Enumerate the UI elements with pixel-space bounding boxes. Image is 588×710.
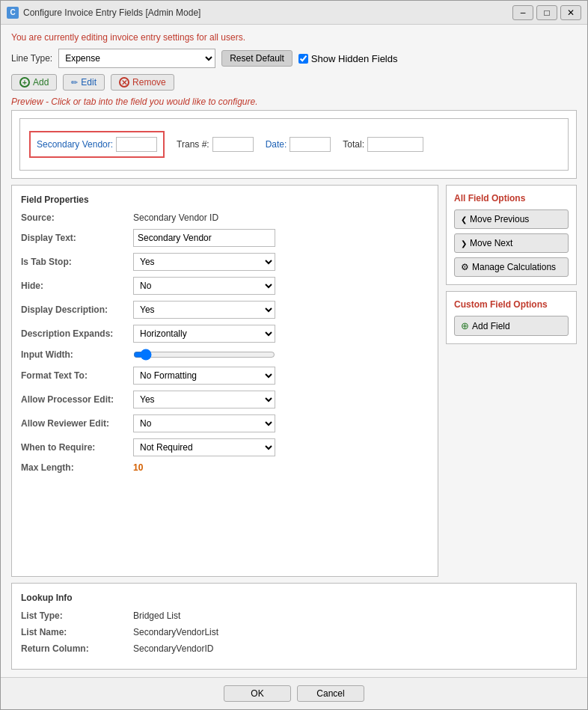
allow-reviewer-edit-row: Allow Reviewer Edit: No Yes <box>21 414 429 432</box>
source-label: Source: <box>21 212 133 223</box>
maximize-button[interactable]: □ <box>536 5 557 20</box>
format-text-label: Format Text To: <box>21 370 133 381</box>
all-field-options-section: All Field Options Move Previous Move Nex… <box>446 185 577 285</box>
custom-field-options-section: Custom Field Options Add Field <box>446 291 577 344</box>
return-column-row: Return Column: SecondaryVendorID <box>21 643 567 654</box>
allow-reviewer-edit-select[interactable]: No Yes <box>133 414 275 432</box>
manage-calculations-label: Manage Calculations <box>472 262 556 272</box>
preview-section: Preview - Click or tab into the field yo… <box>11 97 577 179</box>
add-button[interactable]: + Add <box>11 74 57 91</box>
ok-button[interactable]: OK <box>224 685 291 702</box>
all-field-options-title: All Field Options <box>454 193 569 203</box>
field-properties-panel: Field Properties Source: Secondary Vendo… <box>11 185 438 577</box>
cancel-label: Cancel <box>316 688 344 699</box>
max-length-label: Max Length: <box>21 462 133 473</box>
source-value: Secondary Vendor ID <box>133 212 218 223</box>
add-field-button[interactable]: Add Field <box>454 316 569 336</box>
secondary-vendor-label[interactable]: Secondary Vendor: <box>37 139 113 150</box>
title-bar: C Configure Invoice Entry Fields [Admin … <box>1 1 587 25</box>
allow-processor-edit-label: Allow Processor Edit: <box>21 394 133 405</box>
list-type-value: Bridged List <box>133 610 180 621</box>
description-expands-label: Description Expands: <box>21 328 133 339</box>
ok-label: OK <box>251 688 263 699</box>
edit-label: Edit <box>81 77 97 88</box>
line-type-row: Line Type: Expense Reset Default Show Hi… <box>11 49 577 68</box>
field-secondary-vendor[interactable]: Secondary Vendor: <box>29 131 165 158</box>
move-previous-button[interactable]: Move Previous <box>454 209 569 229</box>
show-hidden-fields-row: Show Hidden Fields <box>298 53 398 64</box>
display-text-label: Display Text: <box>21 233 133 243</box>
trans-num-input[interactable] <box>212 137 254 152</box>
manage-calculations-button[interactable]: Manage Calculations <box>454 257 569 277</box>
when-to-require-label: When to Require: <box>21 442 133 453</box>
total-label: Total: <box>343 139 364 150</box>
add-label: Add <box>33 77 49 88</box>
field-date[interactable]: Date: <box>266 137 331 152</box>
hide-label: Hide: <box>21 281 133 291</box>
chevron-right-icon <box>461 238 467 248</box>
format-text-select[interactable]: No Formatting Uppercase Lowercase <box>133 367 275 385</box>
custom-field-options-title: Custom Field Options <box>454 299 569 310</box>
is-tab-stop-label: Is Tab Stop: <box>21 257 133 267</box>
reset-default-label: Reset Default <box>230 53 284 64</box>
is-tab-stop-row: Is Tab Stop: Yes No <box>21 253 429 271</box>
input-width-slider[interactable] <box>133 349 275 361</box>
display-description-label: Display Description: <box>21 304 133 315</box>
window-controls: – □ ✕ <box>512 5 581 20</box>
close-button[interactable]: ✕ <box>560 5 581 20</box>
chevron-left-icon <box>461 214 467 224</box>
description-expands-select[interactable]: Horizontally Vertically None <box>133 325 275 343</box>
hide-row: Hide: No Yes <box>21 277 429 295</box>
source-row: Source: Secondary Vendor ID <box>21 212 429 223</box>
footer: OK Cancel <box>1 677 587 709</box>
display-description-select[interactable]: Yes No <box>133 301 275 319</box>
total-input[interactable] <box>367 137 423 152</box>
main-area: Field Properties Source: Secondary Vendo… <box>11 185 577 577</box>
description-expands-row: Description Expands: Horizontally Vertic… <box>21 325 429 343</box>
move-next-label: Move Next <box>470 238 512 248</box>
reset-default-button[interactable]: Reset Default <box>221 50 293 67</box>
minimize-button[interactable]: – <box>512 5 533 20</box>
app-icon: C <box>7 7 19 19</box>
remove-icon: ✕ <box>119 77 129 88</box>
info-text: You are currently editing invoice entry … <box>11 32 577 43</box>
display-description-row: Display Description: Yes No <box>21 301 429 319</box>
edit-button[interactable]: ✏ Edit <box>63 74 105 91</box>
field-properties-title: Field Properties <box>21 195 429 205</box>
list-name-row: List Name: SecondaryVendorList <box>21 627 567 637</box>
cancel-button[interactable]: Cancel <box>297 685 364 702</box>
content-area: You are currently editing invoice entry … <box>1 25 587 677</box>
preview-box: Secondary Vendor: Trans #: Date: Total: <box>19 118 569 171</box>
when-to-require-select[interactable]: Not Required Always On Submit <box>133 438 275 456</box>
field-total[interactable]: Total: <box>343 137 423 152</box>
line-type-select[interactable]: Expense <box>58 49 215 68</box>
secondary-vendor-input[interactable] <box>116 137 157 152</box>
list-name-value: SecondaryVendorList <box>133 627 218 637</box>
show-hidden-fields-checkbox[interactable] <box>298 54 308 64</box>
input-width-row: Input Width: <box>21 349 429 361</box>
add-icon: + <box>19 77 30 88</box>
remove-button[interactable]: ✕ Remove <box>111 74 174 91</box>
display-text-row: Display Text: <box>21 229 429 247</box>
hide-select[interactable]: No Yes <box>133 277 275 295</box>
when-to-require-row: When to Require: Not Required Always On … <box>21 438 429 456</box>
date-input[interactable] <box>290 137 331 152</box>
show-hidden-fields-label: Show Hidden Fields <box>311 53 398 64</box>
list-type-label: List Type: <box>21 610 133 621</box>
line-type-label: Line Type: <box>11 53 52 64</box>
field-trans-num[interactable]: Trans #: <box>177 137 254 152</box>
max-length-row: Max Length: 10 <box>21 462 429 473</box>
preview-label: Preview - Click or tab into the field yo… <box>11 97 577 107</box>
display-text-input[interactable] <box>133 229 275 247</box>
list-name-label: List Name: <box>21 627 133 637</box>
is-tab-stop-select[interactable]: Yes No <box>133 253 275 271</box>
input-width-slider-container <box>133 349 275 361</box>
list-type-row: List Type: Bridged List <box>21 610 567 621</box>
date-label[interactable]: Date: <box>266 139 287 150</box>
right-panel: All Field Options Move Previous Move Nex… <box>446 185 577 577</box>
allow-processor-edit-select[interactable]: Yes No <box>133 391 275 408</box>
plus-circle-icon <box>461 320 469 331</box>
format-text-row: Format Text To: No Formatting Uppercase … <box>21 367 429 385</box>
move-next-button[interactable]: Move Next <box>454 233 569 253</box>
lookup-info-title: Lookup Info <box>21 593 567 603</box>
